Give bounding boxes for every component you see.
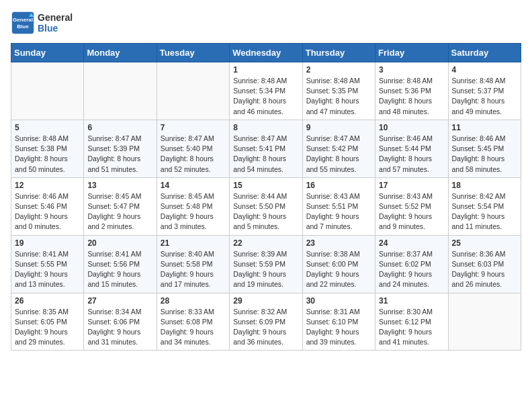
calendar-cell: 25Sunrise: 8:36 AM Sunset: 6:03 PM Dayli… — [448, 235, 521, 293]
day-info: Sunrise: 8:48 AM Sunset: 5:36 PM Dayligh… — [379, 76, 444, 117]
calendar-cell — [84, 62, 157, 120]
header-saturday: Saturday — [448, 44, 521, 62]
day-info: Sunrise: 8:37 AM Sunset: 6:02 PM Dayligh… — [379, 249, 444, 290]
day-number: 9 — [306, 123, 371, 132]
day-number: 11 — [452, 123, 517, 132]
day-info: Sunrise: 8:36 AM Sunset: 6:03 PM Dayligh… — [452, 249, 517, 290]
day-number: 7 — [161, 123, 226, 132]
day-info: Sunrise: 8:47 AM Sunset: 5:39 PM Dayligh… — [87, 134, 152, 175]
calendar-cell: 12Sunrise: 8:46 AM Sunset: 5:46 PM Dayli… — [11, 177, 84, 235]
calendar-cell: 17Sunrise: 8:43 AM Sunset: 5:52 PM Dayli… — [375, 177, 448, 235]
svg-text:General: General — [13, 17, 33, 23]
day-number: 22 — [233, 238, 298, 248]
calendar-cell: 1Sunrise: 8:48 AM Sunset: 5:34 PM Daylig… — [230, 62, 302, 120]
calendar-cell: 19Sunrise: 8:41 AM Sunset: 5:55 PM Dayli… — [11, 235, 84, 293]
calendar-header-row: SundayMondayTuesdayWednesdayThursdayFrid… — [11, 44, 521, 62]
day-number: 30 — [306, 296, 371, 306]
calendar-cell: 27Sunrise: 8:34 AM Sunset: 6:06 PM Dayli… — [84, 293, 157, 351]
calendar-cell: 31Sunrise: 8:30 AM Sunset: 6:12 PM Dayli… — [375, 293, 448, 351]
day-info: Sunrise: 8:42 AM Sunset: 5:54 PM Dayligh… — [452, 191, 517, 232]
calendar-week-3: 12Sunrise: 8:46 AM Sunset: 5:46 PM Dayli… — [11, 177, 521, 235]
svg-text:Blue: Blue — [17, 24, 29, 30]
day-number: 6 — [87, 123, 152, 132]
day-number: 8 — [233, 123, 298, 132]
day-number: 12 — [15, 181, 80, 190]
day-info: Sunrise: 8:47 AM Sunset: 5:40 PM Dayligh… — [161, 134, 226, 175]
calendar-cell: 21Sunrise: 8:40 AM Sunset: 5:58 PM Dayli… — [157, 235, 229, 293]
day-info: Sunrise: 8:35 AM Sunset: 6:05 PM Dayligh… — [15, 307, 80, 348]
day-number: 18 — [452, 181, 517, 190]
day-info: Sunrise: 8:48 AM Sunset: 5:34 PM Dayligh… — [233, 76, 298, 117]
day-info: Sunrise: 8:48 AM Sunset: 5:37 PM Dayligh… — [452, 76, 517, 117]
day-number: 17 — [379, 181, 444, 190]
day-info: Sunrise: 8:41 AM Sunset: 5:56 PM Dayligh… — [87, 249, 152, 290]
calendar-week-1: 1Sunrise: 8:48 AM Sunset: 5:34 PM Daylig… — [11, 62, 521, 120]
header-sunday: Sunday — [11, 44, 84, 62]
day-number: 10 — [379, 123, 444, 132]
calendar-cell: 8Sunrise: 8:47 AM Sunset: 5:41 PM Daylig… — [230, 120, 302, 177]
day-info: Sunrise: 8:31 AM Sunset: 6:10 PM Dayligh… — [306, 307, 371, 348]
day-number: 4 — [452, 65, 517, 75]
calendar-cell: 28Sunrise: 8:33 AM Sunset: 6:08 PM Dayli… — [157, 293, 229, 351]
calendar-cell: 5Sunrise: 8:48 AM Sunset: 5:38 PM Daylig… — [11, 120, 84, 177]
calendar-cell: 4Sunrise: 8:48 AM Sunset: 5:37 PM Daylig… — [448, 62, 521, 120]
calendar-cell: 6Sunrise: 8:47 AM Sunset: 5:39 PM Daylig… — [84, 120, 157, 177]
day-info: Sunrise: 8:32 AM Sunset: 6:09 PM Dayligh… — [233, 307, 298, 348]
day-info: Sunrise: 8:39 AM Sunset: 5:59 PM Dayligh… — [233, 249, 298, 290]
day-info: Sunrise: 8:38 AM Sunset: 6:00 PM Dayligh… — [306, 249, 371, 290]
day-number: 29 — [233, 296, 298, 306]
day-number: 19 — [15, 238, 80, 248]
day-info: Sunrise: 8:47 AM Sunset: 5:42 PM Dayligh… — [306, 134, 371, 175]
day-info: Sunrise: 8:48 AM Sunset: 5:38 PM Dayligh… — [15, 134, 80, 175]
calendar-cell — [11, 62, 84, 120]
day-info: Sunrise: 8:41 AM Sunset: 5:55 PM Dayligh… — [15, 249, 80, 290]
day-number: 21 — [161, 238, 226, 248]
calendar-cell: 24Sunrise: 8:37 AM Sunset: 6:02 PM Dayli… — [375, 235, 448, 293]
header-friday: Friday — [375, 44, 448, 62]
day-info: Sunrise: 8:44 AM Sunset: 5:50 PM Dayligh… — [233, 191, 298, 232]
day-info: Sunrise: 8:45 AM Sunset: 5:47 PM Dayligh… — [87, 191, 152, 232]
calendar-cell: 2Sunrise: 8:48 AM Sunset: 5:35 PM Daylig… — [302, 62, 375, 120]
day-number: 15 — [233, 181, 298, 190]
day-number: 14 — [161, 181, 226, 190]
day-info: Sunrise: 8:46 AM Sunset: 5:46 PM Dayligh… — [15, 191, 80, 232]
calendar-cell: 7Sunrise: 8:47 AM Sunset: 5:40 PM Daylig… — [157, 120, 229, 177]
day-info: Sunrise: 8:46 AM Sunset: 5:45 PM Dayligh… — [452, 134, 517, 175]
day-number: 1 — [233, 65, 298, 75]
logo-icon: General Blue — [11, 11, 35, 35]
header-thursday: Thursday — [302, 44, 375, 62]
calendar-cell: 10Sunrise: 8:46 AM Sunset: 5:44 PM Dayli… — [375, 120, 448, 177]
header-tuesday: Tuesday — [157, 44, 229, 62]
calendar-cell: 11Sunrise: 8:46 AM Sunset: 5:45 PM Dayli… — [448, 120, 521, 177]
day-info: Sunrise: 8:33 AM Sunset: 6:08 PM Dayligh… — [161, 307, 226, 348]
calendar-cell — [448, 293, 521, 351]
calendar-cell: 3Sunrise: 8:48 AM Sunset: 5:36 PM Daylig… — [375, 62, 448, 120]
day-info: Sunrise: 8:47 AM Sunset: 5:41 PM Dayligh… — [233, 134, 298, 175]
day-info: Sunrise: 8:30 AM Sunset: 6:12 PM Dayligh… — [379, 307, 444, 348]
calendar-week-2: 5Sunrise: 8:48 AM Sunset: 5:38 PM Daylig… — [11, 120, 521, 177]
day-number: 26 — [15, 296, 80, 306]
day-number: 16 — [306, 181, 371, 190]
day-number: 13 — [87, 181, 152, 190]
calendar-table: SundayMondayTuesdayWednesdayThursdayFrid… — [11, 43, 521, 351]
calendar-cell: 22Sunrise: 8:39 AM Sunset: 5:59 PM Dayli… — [230, 235, 302, 293]
calendar-cell: 13Sunrise: 8:45 AM Sunset: 5:47 PM Dayli… — [84, 177, 157, 235]
day-number: 23 — [306, 238, 371, 248]
header-wednesday: Wednesday — [230, 44, 302, 62]
logo: General Blue General Blue — [11, 11, 73, 35]
day-number: 20 — [87, 238, 152, 248]
calendar-cell: 18Sunrise: 8:42 AM Sunset: 5:54 PM Dayli… — [448, 177, 521, 235]
day-info: Sunrise: 8:34 AM Sunset: 6:06 PM Dayligh… — [87, 307, 152, 348]
calendar-cell: 26Sunrise: 8:35 AM Sunset: 6:05 PM Dayli… — [11, 293, 84, 351]
day-number: 2 — [306, 65, 371, 75]
calendar-week-4: 19Sunrise: 8:41 AM Sunset: 5:55 PM Dayli… — [11, 235, 521, 293]
day-number: 28 — [161, 296, 226, 306]
calendar-cell — [157, 62, 229, 120]
day-info: Sunrise: 8:46 AM Sunset: 5:44 PM Dayligh… — [379, 134, 444, 175]
day-number: 5 — [15, 123, 80, 132]
calendar-cell: 16Sunrise: 8:43 AM Sunset: 5:51 PM Dayli… — [302, 177, 375, 235]
page-header: General Blue General Blue — [11, 11, 521, 35]
calendar-cell: 14Sunrise: 8:45 AM Sunset: 5:48 PM Dayli… — [157, 177, 229, 235]
calendar-cell: 29Sunrise: 8:32 AM Sunset: 6:09 PM Dayli… — [230, 293, 302, 351]
calendar-week-5: 26Sunrise: 8:35 AM Sunset: 6:05 PM Dayli… — [11, 293, 521, 351]
